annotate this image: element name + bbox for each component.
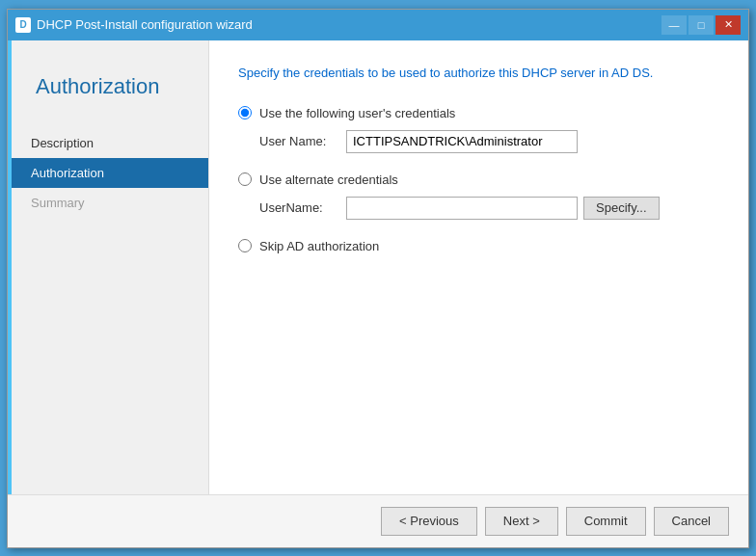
skip-ad-radio[interactable] xyxy=(238,239,252,252)
skip-ad-label[interactable]: Skip AD authorization xyxy=(259,239,379,253)
nav-items: Description Authorization Summary xyxy=(12,128,208,218)
use-current-option: Use the following user's credentials xyxy=(238,106,719,120)
title-buttons: — □ ✕ xyxy=(662,15,741,35)
sidebar: Authorization Description Authorization … xyxy=(12,40,209,494)
close-button[interactable]: ✕ xyxy=(716,15,741,35)
alternate-credentials-group: Use alternate credentials UserName: Spec… xyxy=(238,172,719,220)
title-bar: D DHCP Post-Install configuration wizard… xyxy=(8,10,748,40)
main-content: Authorization Description Authorization … xyxy=(8,40,748,494)
app-icon: D xyxy=(15,17,31,33)
sidebar-item-summary: Summary xyxy=(12,188,208,218)
window-title: DHCP Post-Install configuration wizard xyxy=(37,17,253,32)
page-title-area: Authorization xyxy=(12,55,208,123)
maximize-button[interactable]: □ xyxy=(688,15,714,35)
previous-button[interactable]: < Previous xyxy=(381,507,477,536)
minimize-button[interactable]: — xyxy=(662,15,687,35)
user-name-label: User Name: xyxy=(259,134,346,148)
alternate-username-input[interactable] xyxy=(346,197,578,220)
credentials-option-group: Use the following user's credentials Use… xyxy=(238,106,719,153)
sidebar-item-authorization[interactable]: Authorization xyxy=(12,158,208,188)
footer: < Previous Next > Commit Cancel xyxy=(8,494,748,547)
instruction-text: Specify the credentials to be used to au… xyxy=(238,65,719,82)
use-current-label[interactable]: Use the following user's credentials xyxy=(259,106,455,120)
alternate-username-field-row: UserName: Specify... xyxy=(259,197,719,220)
cancel-button[interactable]: Cancel xyxy=(654,507,729,536)
title-bar-left: D DHCP Post-Install configuration wizard xyxy=(15,17,253,33)
right-panel: Specify the credentials to be used to au… xyxy=(209,40,748,494)
use-alternate-radio[interactable] xyxy=(238,172,252,186)
use-alternate-label[interactable]: Use alternate credentials xyxy=(259,172,398,187)
next-button[interactable]: Next > xyxy=(485,507,558,536)
content-area: Authorization Description Authorization … xyxy=(8,40,748,547)
specify-button[interactable]: Specify... xyxy=(583,197,660,220)
user-name-input[interactable] xyxy=(346,130,578,153)
username-field-row: User Name: xyxy=(259,130,719,153)
main-window: D DHCP Post-Install configuration wizard… xyxy=(7,9,749,548)
commit-button[interactable]: Commit xyxy=(566,507,646,536)
skip-ad-option: Skip AD authorization xyxy=(238,239,719,253)
use-current-radio[interactable] xyxy=(238,106,252,119)
username-label: UserName: xyxy=(259,200,346,215)
page-title: Authorization xyxy=(36,74,184,99)
sidebar-item-description[interactable]: Description xyxy=(12,128,208,158)
use-alternate-option: Use alternate credentials xyxy=(238,172,719,187)
